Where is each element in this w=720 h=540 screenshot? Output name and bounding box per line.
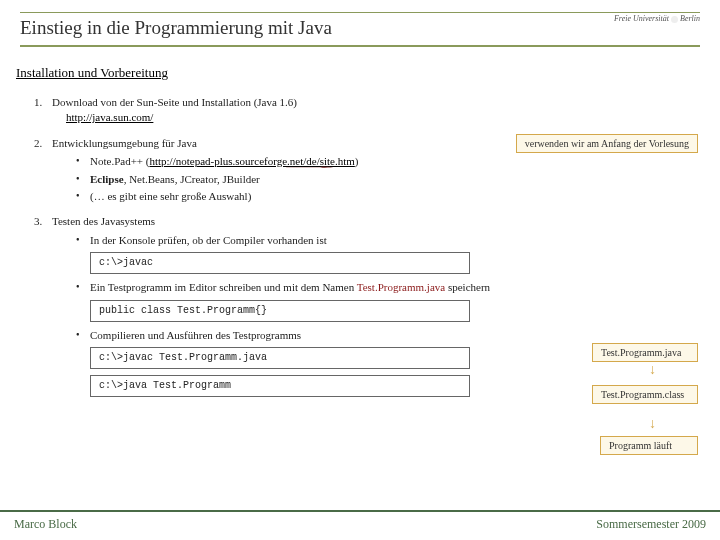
num-1: 1.	[34, 95, 42, 110]
code-compile: c:\>javac Test.Programm.java	[90, 347, 470, 369]
sub-check-compiler: In der Konsole prüfen, ob der Compiler v…	[76, 233, 700, 274]
slide: Einstieg in die Programmierung mit Java …	[0, 0, 720, 540]
sub-write-test: Ein Testprogramm im Editor schreiben und…	[76, 280, 700, 321]
logo-dot	[671, 16, 678, 23]
note-top: verwenden wir am Anfang der Vorlesung	[516, 134, 698, 153]
bullet-more: (… es gibt eine sehr große Auswahl)	[76, 189, 700, 204]
page-title: Einstieg in die Programmierung mit Java	[20, 17, 700, 39]
num-2: 2.	[34, 136, 42, 151]
university-logo: Freie Universität Berlin	[614, 14, 700, 23]
item-2-text: Entwicklungsumgebung für Java	[52, 137, 197, 149]
num-3: 3.	[34, 214, 42, 229]
arrow-icon: →	[270, 163, 350, 170]
item-3: 3. Testen des Javasystems In der Konsole…	[34, 214, 700, 397]
uni-city: Berlin	[680, 14, 700, 23]
footer-rule	[0, 510, 720, 512]
bullet-notepad: Note.Pad++ (http://notepad-plus.sourcefo…	[76, 154, 700, 169]
note-class-file: Test.Programm.class	[592, 385, 698, 404]
arrow-down-icon-2: ↓	[649, 416, 656, 432]
red-filename: Test.Programm.java	[357, 281, 445, 293]
code-run: c:\>java Test.Programm	[90, 375, 470, 397]
java-sun-link[interactable]: http://java.sun.com/	[66, 111, 153, 123]
arrow-down-icon-1: ↓	[649, 362, 656, 378]
note-running: Programm läuft	[600, 436, 698, 455]
item-3-text: Testen des Javasystems	[52, 215, 155, 227]
uni-name: Freie Universität	[614, 14, 669, 23]
code-class: public class Test.Programm{}	[90, 300, 470, 322]
footer-author: Marco Block	[14, 517, 77, 532]
test-bullets: In der Konsole prüfen, ob der Compiler v…	[76, 233, 700, 397]
ide-bullets: Note.Pad++ (http://notepad-plus.sourcefo…	[76, 154, 700, 204]
top-rule	[20, 12, 700, 13]
section-subtitle: Installation und Vorbereitung	[16, 65, 700, 81]
note-java-file: Test.Programm.java	[592, 343, 698, 362]
bullet-eclipse: Eclipse, Net.Beans, JCreator, JBuilder	[76, 172, 700, 187]
eclipse-bold: Eclipse	[90, 173, 124, 185]
code-javac: c:\>javac	[90, 252, 470, 274]
title-underline	[20, 45, 700, 47]
footer-semester: Sommersemester 2009	[596, 517, 706, 532]
item-1-text: Download von der Sun-Seite und Installat…	[52, 96, 297, 108]
item-1: 1. Download von der Sun-Seite und Instal…	[34, 95, 700, 126]
